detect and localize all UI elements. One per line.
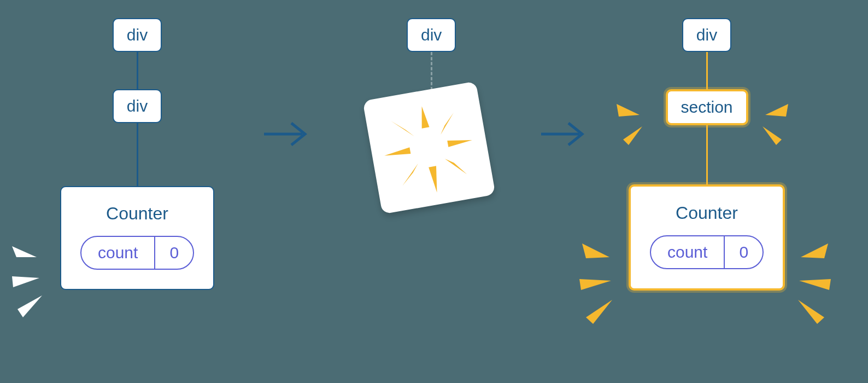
svg-marker-10 <box>384 147 410 158</box>
sparks-icon <box>779 235 831 328</box>
node-div-1: div <box>113 18 162 52</box>
svg-marker-5 <box>437 113 457 135</box>
svg-marker-18 <box>579 279 611 290</box>
state-pill: count 0 <box>650 235 764 269</box>
svg-marker-22 <box>798 300 824 324</box>
explosion-icon <box>369 88 489 208</box>
svg-marker-9 <box>399 164 421 186</box>
svg-marker-13 <box>617 104 640 117</box>
svg-marker-8 <box>429 166 441 193</box>
right-tree: div section Counter count 0 <box>629 18 785 291</box>
svg-marker-20 <box>801 243 828 258</box>
counter-box: Counter count 0 <box>60 186 214 290</box>
connector <box>137 52 138 89</box>
counter-title: Counter <box>676 203 738 223</box>
connector <box>137 123 138 186</box>
node-div: div <box>407 18 456 52</box>
svg-marker-1 <box>12 276 39 287</box>
svg-marker-4 <box>418 106 430 129</box>
state-pill: count 0 <box>80 236 194 270</box>
svg-marker-2 <box>17 295 42 317</box>
connector <box>706 125 708 184</box>
connector-dashed <box>431 52 432 90</box>
svg-marker-17 <box>582 243 609 258</box>
svg-marker-7 <box>445 155 467 178</box>
arrow-icon <box>538 118 593 150</box>
svg-marker-21 <box>799 279 831 290</box>
middle-tree: div <box>407 18 456 90</box>
sparks-icon <box>749 96 793 150</box>
state-value: 0 <box>724 236 763 268</box>
svg-marker-15 <box>765 104 788 117</box>
svg-marker-16 <box>763 126 782 145</box>
sparks-icon <box>612 96 656 150</box>
svg-marker-19 <box>586 300 612 324</box>
explosion-box <box>362 81 495 214</box>
sparks-icon <box>12 235 61 323</box>
node-section: section <box>666 89 748 125</box>
connector <box>706 52 708 89</box>
node-div: div <box>682 18 731 52</box>
left-tree: div div Counter count 0 <box>60 18 214 290</box>
svg-marker-0 <box>12 246 37 257</box>
counter-box: Counter count 0 <box>629 184 785 291</box>
sparks-icon <box>579 235 631 328</box>
svg-marker-6 <box>447 136 472 147</box>
counter-title: Counter <box>106 204 168 224</box>
node-div-2: div <box>113 89 162 123</box>
arrow-icon <box>261 118 316 150</box>
svg-marker-11 <box>391 118 414 140</box>
state-value: 0 <box>154 237 193 269</box>
state-key: count <box>651 236 724 268</box>
state-key: count <box>81 237 154 269</box>
svg-marker-14 <box>623 126 642 145</box>
